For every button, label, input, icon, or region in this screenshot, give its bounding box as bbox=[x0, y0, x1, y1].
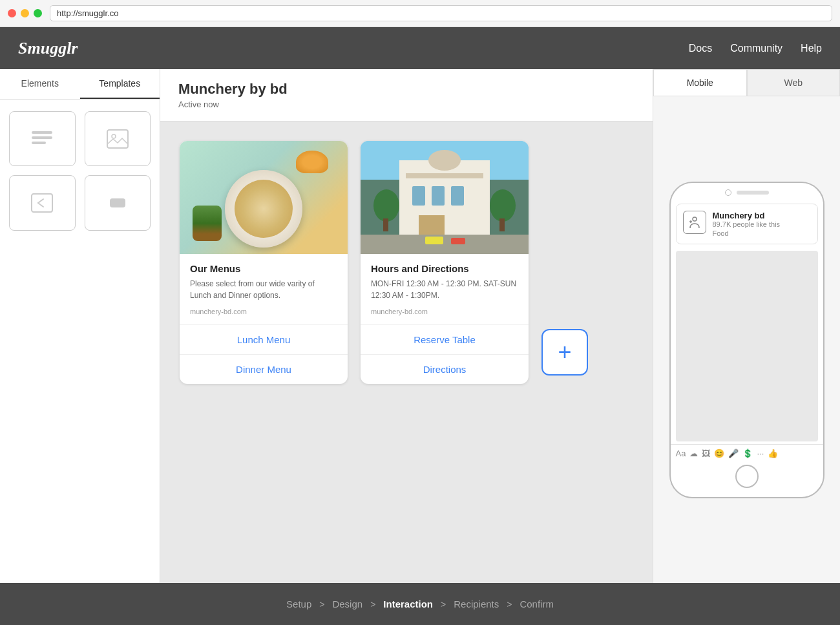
phone-camera bbox=[725, 189, 731, 196]
phone-icon-cloud[interactable]: ☁ bbox=[689, 449, 698, 458]
svg-rect-2 bbox=[32, 142, 46, 144]
directions-button[interactable]: Directions bbox=[361, 354, 529, 384]
nav-community[interactable]: Community bbox=[730, 43, 782, 54]
card-directions-actions: Reserve Table Directions bbox=[361, 324, 529, 384]
card-directions: Hours and Directions MON-FRI 12:30 AM - … bbox=[361, 141, 529, 384]
card-menus-image bbox=[180, 141, 348, 254]
cards-area: Our Menus Please select from our wide va… bbox=[160, 122, 653, 583]
tab-web[interactable]: Web bbox=[747, 69, 841, 96]
svg-rect-10 bbox=[406, 173, 483, 178]
svg-point-4 bbox=[112, 134, 116, 138]
dinner-menu-button[interactable]: Dinner Menu bbox=[180, 354, 348, 384]
card-menus-actions: Lunch Menu Dinner Menu bbox=[180, 324, 348, 384]
sidebar-item-image[interactable] bbox=[85, 111, 151, 166]
tab-mobile[interactable]: Mobile bbox=[653, 69, 747, 96]
phone-home-area bbox=[671, 462, 823, 497]
phone-content: Munchery bd 89.7K people like this Food bbox=[671, 200, 823, 444]
phone-icon-dollar[interactable]: 💲 bbox=[742, 449, 753, 458]
sidebar-tabs: Elements Templates bbox=[0, 69, 160, 100]
sidebar-item-back[interactable] bbox=[9, 175, 76, 230]
svg-rect-11 bbox=[412, 186, 425, 206]
svg-rect-18 bbox=[383, 218, 388, 231]
phone-page-card: Munchery bd 89.7K people like this Food bbox=[676, 204, 818, 244]
right-tabs: Mobile Web bbox=[653, 69, 840, 96]
card-directions-body: Hours and Directions MON-FRI 12:30 AM - … bbox=[361, 254, 529, 324]
card-directions-desc: MON-FRI 12:30 AM - 12:30 PM. SAT-SUN 12:… bbox=[371, 278, 518, 301]
footer-step-interaction[interactable]: Interaction bbox=[383, 599, 433, 609]
phone-bottom-bar: Aa ☁ 🖼 😊 🎤 💲 ··· 👍 bbox=[671, 444, 823, 462]
phone-card-tag: Food bbox=[713, 229, 811, 237]
card-directions-link: munchery-bd.com bbox=[371, 308, 518, 315]
header: Smugglr Docs Community Help bbox=[0, 27, 840, 69]
phone-card-info: Munchery bd 89.7K people like this Food bbox=[713, 211, 811, 237]
phone-gray-content bbox=[676, 251, 818, 441]
food-plate bbox=[225, 170, 302, 248]
phone-icon-emoji[interactable]: 😊 bbox=[714, 449, 724, 458]
footer: Setup > Design > Interaction > Recipient… bbox=[0, 583, 840, 625]
svg-rect-20 bbox=[361, 235, 529, 254]
svg-point-17 bbox=[490, 189, 516, 222]
svg-point-15 bbox=[428, 150, 461, 171]
card-menus-desc: Please select from our wide varity of Lu… bbox=[190, 278, 337, 301]
veggies-decoration bbox=[193, 206, 222, 241]
browser-bar: http://smugglr.co bbox=[0, 0, 840, 27]
svg-rect-21 bbox=[425, 237, 443, 244]
sidebar-item-text[interactable] bbox=[9, 111, 76, 166]
phone-card-title: Munchery bd bbox=[713, 211, 811, 220]
svg-rect-5 bbox=[32, 194, 52, 212]
svg-point-16 bbox=[373, 189, 399, 222]
card-directions-title: Hours and Directions bbox=[371, 263, 518, 274]
maximize-traffic-light[interactable] bbox=[34, 9, 42, 17]
right-panel: Mobile Web bbox=[653, 69, 840, 583]
center-content: Munchery by bd Active now Our Menus Plea… bbox=[160, 69, 653, 583]
svg-rect-1 bbox=[32, 136, 52, 139]
plus-icon: + bbox=[558, 341, 571, 364]
page-title: Munchery by bd bbox=[178, 81, 635, 98]
phone-icon-image[interactable]: 🖼 bbox=[702, 449, 710, 458]
footer-arrow-1: > bbox=[319, 599, 324, 609]
logo: Smugglr bbox=[18, 39, 689, 58]
phone-home-button[interactable] bbox=[735, 465, 759, 488]
phone-speaker bbox=[737, 191, 769, 195]
card-menus-link: munchery-bd.com bbox=[190, 308, 337, 315]
footer-arrow-4: > bbox=[507, 599, 512, 609]
nav-help[interactable]: Help bbox=[801, 43, 822, 54]
card-menus-title: Our Menus bbox=[190, 263, 337, 274]
close-traffic-light[interactable] bbox=[8, 9, 16, 17]
phone-icon-mic[interactable]: 🎤 bbox=[728, 449, 739, 458]
url-input[interactable]: http://smugglr.co bbox=[50, 5, 832, 21]
page-header: Munchery by bd Active now bbox=[160, 69, 653, 122]
footer-step-recipients[interactable]: Recipients bbox=[454, 599, 499, 609]
phone-frame: Munchery bd 89.7K people like this Food … bbox=[669, 182, 824, 498]
card-menus: Our Menus Please select from our wide va… bbox=[180, 141, 348, 384]
bread-decoration bbox=[296, 151, 328, 173]
footer-step-setup[interactable]: Setup bbox=[286, 599, 311, 609]
svg-rect-22 bbox=[451, 238, 465, 244]
lunch-menu-button[interactable]: Lunch Menu bbox=[180, 325, 348, 354]
header-nav: Docs Community Help bbox=[689, 43, 822, 54]
sidebar-item-button[interactable] bbox=[85, 175, 151, 230]
nav-docs[interactable]: Docs bbox=[689, 43, 712, 54]
footer-step-confirm[interactable]: Confirm bbox=[520, 599, 554, 609]
footer-step-design[interactable]: Design bbox=[332, 599, 362, 609]
tab-elements[interactable]: Elements bbox=[0, 69, 80, 99]
main-area: Elements Templates bbox=[0, 69, 840, 583]
minimize-traffic-light[interactable] bbox=[21, 9, 29, 17]
phone-preview: Munchery bd 89.7K people like this Food … bbox=[653, 96, 840, 583]
reserve-table-button[interactable]: Reserve Table bbox=[361, 325, 529, 354]
card-menus-body: Our Menus Please select from our wide va… bbox=[180, 254, 348, 324]
phone-icon-text[interactable]: Aa bbox=[676, 449, 686, 458]
page-status: Active now bbox=[178, 100, 635, 109]
footer-arrow-3: > bbox=[441, 599, 446, 609]
sidebar: Elements Templates bbox=[0, 69, 160, 583]
svg-rect-12 bbox=[432, 186, 445, 206]
svg-rect-19 bbox=[499, 218, 505, 231]
tab-templates[interactable]: Templates bbox=[80, 69, 160, 99]
svg-rect-13 bbox=[451, 186, 464, 206]
svg-rect-6 bbox=[110, 198, 125, 207]
phone-icon-more[interactable]: ··· bbox=[757, 449, 764, 458]
add-card-button[interactable]: + bbox=[541, 329, 588, 376]
svg-rect-0 bbox=[32, 131, 52, 134]
svg-point-23 bbox=[693, 217, 697, 221]
phone-icon-like[interactable]: 👍 bbox=[768, 449, 778, 458]
